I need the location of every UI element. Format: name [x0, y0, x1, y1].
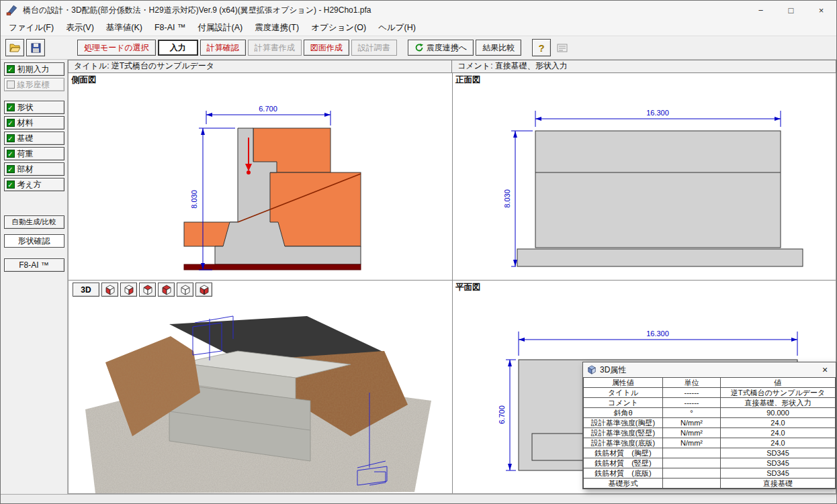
close-button[interactable]: × [806, 1, 836, 19]
unit-cell: N/mm² [663, 438, 721, 448]
input-mode-button[interactable]: 入力 [158, 40, 198, 56]
auto-generate-compare-button[interactable]: 自動生成/比較 [4, 215, 64, 229]
three-d-rendering [69, 299, 452, 493]
design-report-button: 設計調書 [351, 40, 397, 56]
open-file-button[interactable] [5, 39, 24, 56]
sidebar-item-member[interactable]: 部材 [4, 162, 64, 176]
shape-confirm-button[interactable]: 形状確認 [4, 234, 64, 248]
front-view-panel[interactable]: 正面図 16.300 [453, 73, 836, 281]
check-icon [7, 150, 15, 158]
mode-select-button[interactable]: 処理モードの選択 [77, 40, 156, 56]
check-icon [7, 103, 15, 111]
seismic-link-button[interactable]: 震度連携へ [408, 40, 474, 56]
cube-view-5-icon[interactable] [177, 283, 193, 297]
maximize-button[interactable]: □ [776, 1, 806, 19]
three-d-toolbar: 3D [73, 283, 212, 297]
dialog-close-button[interactable]: × [818, 364, 832, 375]
menu-view[interactable]: 表示(V) [60, 20, 100, 36]
menu-file[interactable]: ファイル(F) [3, 20, 60, 36]
sidebar-item-label: 基礎 [17, 133, 34, 144]
status-bar [1, 494, 836, 504]
attribute-row-title[interactable]: タイトル------逆T式橋台のサンプルデータ [584, 388, 836, 398]
attribute-row-strength-footing[interactable]: 設計基準強度(底版)N/mm²24.0 [584, 438, 836, 448]
table-header-row: 属性値 単位 値 [584, 378, 836, 388]
app-window: 橋台の設計・3D配筋(部分係数法・H29道示対応)Ver.9 (x64)(翼壁拡… [0, 0, 837, 504]
seismic-link-label: 震度連携へ [427, 42, 467, 54]
report-view-button[interactable] [553, 39, 572, 56]
attribute-row-strength-parapet[interactable]: 設計基準強度(胸壁)N/mm²24.0 [584, 418, 836, 428]
cube-view-3-icon[interactable] [139, 283, 156, 297]
attribute-row-strength-stem[interactable]: 設計基準強度(竪壁)N/mm²24.0 [584, 428, 836, 438]
result-compare-button[interactable]: 結果比較 [476, 40, 521, 56]
sidebar-item-alignment-coords: 線形座標 [4, 78, 64, 91]
sidebar-item-load[interactable]: 荷重 [4, 147, 64, 160]
floppy-icon [31, 43, 41, 53]
menu-f8-ai[interactable]: F8-AI ™ [148, 21, 192, 34]
value-cell: 90.000 [721, 408, 836, 418]
value-cell: SD345 [721, 468, 836, 478]
front-height-dim: 8.030 [503, 189, 511, 208]
menu-seismic-link[interactable]: 震度連携(T) [249, 20, 305, 36]
save-button[interactable] [26, 39, 45, 56]
attr-cell: タイトル [584, 388, 663, 398]
cube-3d-icon [587, 365, 597, 374]
side-view-title: 側面図 [71, 74, 97, 86]
attr-cell: コメント [584, 398, 663, 408]
menu-options[interactable]: オプション(O) [305, 20, 372, 36]
attr-cell: 鉄筋材質 (底版) [584, 468, 663, 478]
menu-attached-design[interactable]: 付属設計(A) [192, 20, 249, 36]
app-icon [6, 4, 18, 16]
report-create-button: 計算書作成 [248, 40, 302, 56]
calc-check-button[interactable]: 計算確認 [200, 40, 246, 56]
sidebar-item-label: 部材 [17, 164, 34, 175]
sidebar-item-shape[interactable]: 形状 [4, 101, 64, 114]
side-view-panel[interactable]: 側面図 [69, 73, 453, 281]
attr-cell: 鉄筋材質 (胸壁) [584, 448, 663, 458]
three-d-view-panel[interactable]: 3D [69, 281, 453, 493]
attribute-row-rebar-footing[interactable]: 鉄筋材質 (底版)SD345 [584, 468, 836, 478]
minimize-button[interactable]: − [746, 1, 776, 19]
value-cell: SD345 [721, 458, 836, 468]
sidebar-item-policy[interactable]: 考え方 [4, 178, 64, 191]
front-view-title: 正面図 [455, 74, 481, 86]
unit-cell [663, 468, 721, 478]
three-d-button[interactable]: 3D [73, 283, 99, 297]
side-view-drawing: 6.700 8.030 [69, 73, 452, 280]
attr-cell: 設計基準強度(底版) [584, 438, 663, 448]
attr-cell: 鉄筋材質 (竪壁) [584, 458, 663, 468]
three-d-attributes-dialog: 3D属性 × 属性値 単位 値 タイトル------逆T式橋台のサンプルデータ … [582, 362, 836, 489]
sidebar-item-foundation[interactable]: 基礎 [4, 132, 64, 145]
drawing-create-button[interactable]: 図面作成 [304, 40, 349, 56]
attribute-row-foundation-type[interactable]: 基礎形式直接基礎 [584, 478, 836, 489]
sidebar-item-label: 考え方 [17, 179, 42, 191]
attribute-row-skew-angle[interactable]: 斜角θ°90.000 [584, 408, 836, 418]
plan-depth-dim: 6.700 [498, 405, 506, 424]
check-icon [7, 65, 15, 73]
plan-width-dim: 16.300 [646, 330, 669, 338]
check-icon [7, 134, 15, 142]
attributes-table: 属性値 単位 値 タイトル------逆T式橋台のサンプルデータ コメント---… [583, 377, 836, 489]
cube-view-2-icon[interactable] [120, 283, 137, 297]
attribute-row-rebar-parapet[interactable]: 鉄筋材質 (胸壁)SD345 [584, 448, 836, 458]
cube-view-4-icon[interactable] [158, 283, 175, 297]
menu-help[interactable]: ヘルプ(H) [372, 20, 422, 36]
document-icon [557, 44, 568, 52]
col-header-value: 値 [721, 378, 836, 388]
help-button[interactable]: ? [532, 39, 551, 56]
value-cell: 直接基礎、形状入力 [721, 398, 836, 408]
plan-view-title: 平面図 [455, 282, 481, 293]
check-icon [7, 119, 15, 127]
cube-view-6-icon[interactable] [195, 283, 212, 297]
value-cell: 24.0 [721, 418, 836, 428]
sidebar-item-initial-input[interactable]: 初期入力 [4, 62, 64, 76]
sidebar-item-material[interactable]: 材料 [4, 116, 64, 130]
cube-view-1-icon[interactable] [101, 283, 118, 297]
comment-info: コメント: 直接基礎、形状入力 [452, 60, 836, 73]
value-cell: 直接基礎 [721, 478, 836, 489]
menu-standard-values[interactable]: 基準値(K) [100, 20, 148, 36]
dialog-titlebar[interactable]: 3D属性 × [583, 362, 836, 377]
dialog-title: 3D属性 [600, 364, 626, 376]
attribute-row-rebar-stem[interactable]: 鉄筋材質 (竪壁)SD345 [584, 458, 836, 468]
f8-ai-button[interactable]: F8-AI ™ [4, 258, 64, 272]
attribute-row-comment[interactable]: コメント------直接基礎、形状入力 [584, 398, 836, 408]
